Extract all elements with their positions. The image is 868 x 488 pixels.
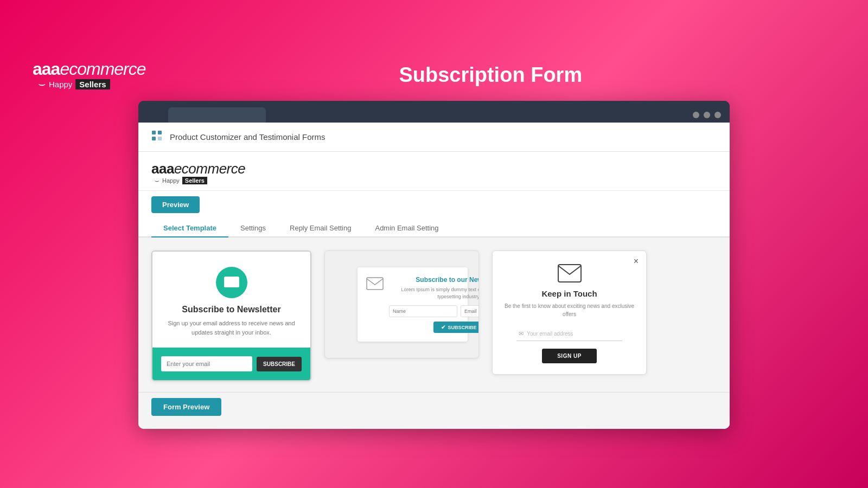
card3-title: Keep in Touch	[541, 289, 597, 298]
svg-rect-2	[152, 137, 156, 140]
browser-titlebar	[138, 101, 730, 123]
card3-signup-button[interactable]: SIGN UP	[542, 349, 597, 363]
svg-rect-0	[152, 131, 156, 134]
card2-subscribe-button[interactable]: ✔ SUBSCRIBE	[433, 322, 479, 333]
tab-admin-email-setting[interactable]: Admin Email Setting	[363, 220, 450, 237]
svg-rect-1	[158, 131, 162, 134]
app-header-title: Product Customizer and Testimonial Forms	[170, 132, 326, 142]
card2-inner: Subscribe to our Newsletter Lorem Ipsum …	[358, 267, 468, 342]
card3-email-icon: ✉	[519, 330, 524, 337]
card2-description: Lorem Ipsum is simply dummy text of the …	[389, 286, 479, 300]
app-logo-icon	[151, 130, 162, 144]
card3-description: Be the first to know about exciting news…	[503, 302, 635, 318]
svg-rect-6	[367, 278, 383, 290]
card2-title: Subscribe to our Newsletter	[389, 276, 479, 284]
tabs-bar: Select Template Settings Reply Email Set…	[138, 213, 730, 237]
card1-top: Subscribe to Newsletter Sign up your ema…	[152, 252, 310, 348]
card2-fields	[389, 305, 479, 317]
form-preview-area: Form Preview	[138, 392, 730, 429]
logo-italic-text: ecommerce	[60, 59, 145, 79]
brand-name-text: aaa	[151, 160, 174, 177]
page-title: Subscription Form	[146, 63, 835, 87]
browser-dot-1	[693, 112, 699, 118]
brand-bar: aaaecommerce ⌣ Happy Sellers	[138, 152, 730, 191]
card3-envelope-icon	[558, 264, 582, 284]
svg-rect-3	[158, 137, 162, 140]
brand-italic-text: ecommerce	[174, 160, 245, 177]
close-icon[interactable]: ×	[634, 256, 639, 266]
browser-dot-2	[704, 112, 710, 118]
browser-tab[interactable]	[168, 107, 266, 123]
browser-window: Product Customizer and Testimonial Forms…	[138, 101, 730, 429]
card2-email-input[interactable]	[461, 305, 479, 317]
logo-smile-icon: ⌣	[38, 77, 46, 91]
template-card-3[interactable]: × Keep in Touch Be the first to know abo…	[492, 251, 647, 375]
card1-bottom: SUBSCRIBE	[152, 348, 310, 380]
card1-email-input[interactable]	[161, 356, 252, 371]
card1-description: Sign up your email address to receive ne…	[163, 319, 299, 337]
app-header: Product Customizer and Testimonial Forms	[138, 123, 730, 152]
logo-sellers-badge: Sellers	[75, 79, 110, 89]
logo-brand-text: aaa	[33, 59, 60, 79]
card2-envelope-icon	[366, 277, 384, 291]
tab-reply-email-setting[interactable]: Reply Email Setting	[278, 220, 363, 237]
card1-title: Subscribe to Newsletter	[182, 305, 280, 314]
brand-smile-icon: ⌣	[155, 176, 159, 185]
preview-section: Preview	[138, 191, 730, 213]
header-logo: aaaecommerce ⌣ Happy Sellers	[33, 59, 146, 91]
tab-select-template[interactable]: Select Template	[151, 220, 228, 237]
svg-rect-7	[558, 265, 581, 282]
preview-button[interactable]: Preview	[151, 196, 200, 213]
card2-name-input[interactable]	[389, 305, 457, 317]
tab-settings[interactable]: Settings	[228, 220, 278, 237]
card3-email-row: ✉ Your email address	[516, 327, 622, 341]
card2-check-icon: ✔	[441, 324, 445, 330]
card3-email-placeholder: Your email address	[527, 331, 573, 337]
card1-subscribe-button[interactable]: SUBSCRIBE	[257, 357, 302, 371]
browser-content: Product Customizer and Testimonial Forms…	[138, 123, 730, 429]
browser-dot-3	[714, 112, 721, 118]
template-card-2[interactable]: Subscribe to our Newsletter Lorem Ipsum …	[324, 251, 479, 358]
brand-sellers-badge: Sellers	[182, 177, 207, 184]
card3-inner: Keep in Touch Be the first to know about…	[493, 251, 646, 374]
logo-happy-text: Happy	[49, 80, 72, 89]
templates-area: Subscribe to Newsletter Sign up your ema…	[138, 237, 730, 392]
template-card-1[interactable]: Subscribe to Newsletter Sign up your ema…	[151, 251, 311, 381]
card1-envelope-icon	[216, 267, 247, 298]
form-preview-button[interactable]: Form Preview	[151, 398, 221, 416]
browser-controls	[693, 112, 730, 123]
brand-happy-text: Happy	[162, 177, 180, 184]
